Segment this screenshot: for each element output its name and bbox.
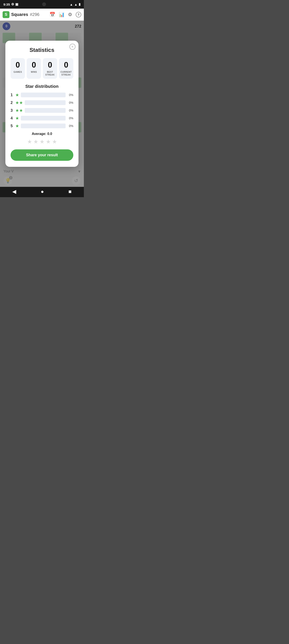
average-stars: ★ ★ ★ ★ ★ xyxy=(10,138,73,145)
dist-pct-1: 0% xyxy=(67,93,73,97)
header-icons: 📅 📊 ⚙ ? xyxy=(49,12,81,18)
battery-icon: ▮ xyxy=(79,2,80,6)
nav-bar: ◀ ● ■ xyxy=(0,187,84,197)
stat-current-streak-value: 0 xyxy=(60,61,72,69)
avg-star-3: ★ xyxy=(39,138,44,145)
avg-star-5: ★ xyxy=(52,138,57,145)
stat-wins-value: 0 xyxy=(28,61,40,69)
status-time: 9:35 xyxy=(3,2,10,6)
signal-icon: ▲ xyxy=(74,2,77,6)
dist-bar-container-4 xyxy=(21,116,66,120)
stat-best-streak-value: 0 xyxy=(44,61,56,69)
home-button[interactable]: ● xyxy=(41,188,44,194)
avg-star-2: ★ xyxy=(33,138,38,145)
dist-bar-container-2 xyxy=(25,100,66,105)
puzzle-number: #296 xyxy=(30,12,39,17)
dist-pct-3: 0% xyxy=(67,109,73,112)
stats-row: 0 GAMES 0 WINS 0 BESTSTREAK 0 CURRENTSTR… xyxy=(10,58,73,79)
stat-wins-label: WINS xyxy=(28,70,40,74)
distribution-row-5: 5 ★ 0% xyxy=(10,123,73,128)
dist-star-1: ★ xyxy=(15,92,19,98)
stat-best-streak-label: BESTSTREAK xyxy=(44,70,56,76)
recents-button[interactable]: ■ xyxy=(68,188,72,194)
statistics-modal: ✕ Statistics 0 GAMES 0 WINS 0 BESTSTREAK xyxy=(5,41,78,167)
calendar-icon[interactable]: 📅 xyxy=(49,12,55,18)
average-label: Average: xyxy=(32,132,46,136)
dist-pct-4: 0% xyxy=(67,116,73,120)
share-button[interactable]: Share your result xyxy=(10,150,73,161)
game-area: 0 272 Your V ▾ 💡 3 ↺ xyxy=(0,21,84,187)
dist-star-5: ★ xyxy=(15,123,19,128)
modal-title: Statistics xyxy=(10,47,73,54)
distribution-row-2: 2 ★★ 0% xyxy=(10,100,73,105)
dist-bar-container-1 xyxy=(21,92,66,97)
help-icon[interactable]: ? xyxy=(76,12,81,18)
stat-card-games: 0 GAMES xyxy=(10,58,25,79)
stat-card-current-streak: 0 CURRENTSTREAK xyxy=(59,58,73,79)
stat-current-streak-label: CURRENTSTREAK xyxy=(60,70,72,76)
dist-num-3: 3 xyxy=(10,108,13,113)
dist-num-5: 5 xyxy=(10,124,13,128)
chart-icon[interactable]: 📊 xyxy=(59,12,64,18)
stat-card-best-streak: 0 BESTSTREAK xyxy=(43,58,57,79)
dist-pct-5: 0% xyxy=(67,124,73,128)
status-right-icons: ▲ ▲ ▮ xyxy=(70,2,80,6)
dist-pct-2: 0% xyxy=(67,101,73,104)
modal-close-button[interactable]: ✕ xyxy=(69,44,75,50)
camera-cutout xyxy=(42,2,46,6)
distribution-row-3: 3 ★★ 0% xyxy=(10,108,73,113)
wifi-icon: ▲ xyxy=(70,2,73,6)
stat-games-label: GAMES xyxy=(12,70,24,74)
avg-star-4: ★ xyxy=(46,138,51,145)
app-logo: S xyxy=(2,11,9,18)
header-left: S Squares #296 xyxy=(2,11,39,18)
dist-num-4: 4 xyxy=(10,116,13,120)
stat-games-value: 0 xyxy=(12,61,24,69)
distribution-title: Star distribution xyxy=(10,84,73,89)
close-icon: ✕ xyxy=(71,45,74,48)
status-bar: 9:35 ⚙ ▣ ▲ ▲ ▮ xyxy=(0,0,84,8)
status-left: 9:35 ⚙ ▣ xyxy=(3,2,18,6)
back-button[interactable]: ◀ xyxy=(12,188,16,194)
dist-star-4: ★ xyxy=(15,116,19,121)
avg-star-1: ★ xyxy=(27,138,32,145)
dist-star-2: ★★ xyxy=(15,100,23,105)
stat-card-wins: 0 WINS xyxy=(27,58,41,79)
sim-status-icon: ▣ xyxy=(15,2,18,6)
dist-num-1: 1 xyxy=(10,93,13,97)
modal-overlay: ✕ Statistics 0 GAMES 0 WINS 0 BESTSTREAK xyxy=(0,21,84,187)
average-row: Average: 0.0 xyxy=(10,132,73,136)
dist-bar-container-5 xyxy=(21,124,66,128)
dist-num-2: 2 xyxy=(10,100,13,105)
average-value: 0.0 xyxy=(47,132,52,136)
dist-bar-container-3 xyxy=(25,108,66,113)
app-title: Squares xyxy=(11,12,28,17)
app-header: S Squares #296 📅 📊 ⚙ ? xyxy=(0,8,84,21)
distribution-row-4: 4 ★ 0% xyxy=(10,116,73,121)
settings-status-icon: ⚙ xyxy=(11,2,14,6)
distribution-row-1: 1 ★ 0% xyxy=(10,92,73,98)
dist-star-3: ★★ xyxy=(15,108,23,113)
settings-icon[interactable]: ⚙ xyxy=(68,12,72,18)
